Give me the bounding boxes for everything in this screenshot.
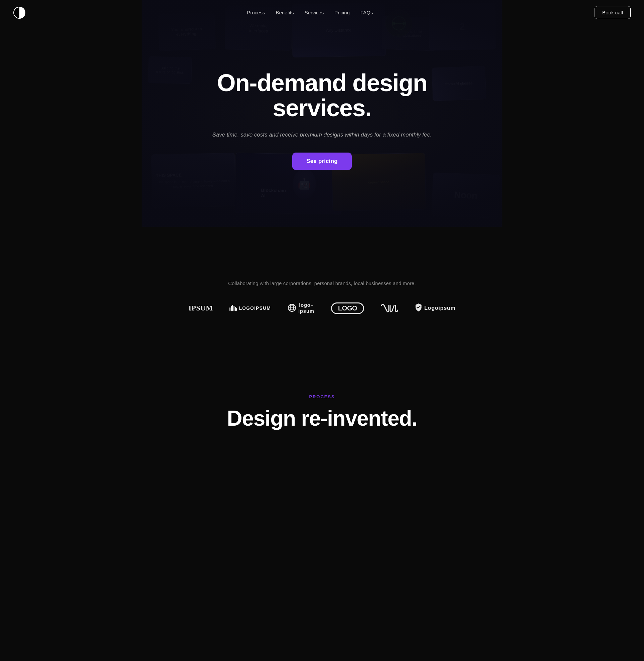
brand-uui: [381, 303, 398, 313]
spacer-2: [142, 334, 502, 374]
brands-collab-text: Collaborating with large corporations, p…: [155, 280, 489, 286]
globe-icon: [288, 304, 296, 313]
bars-icon: [229, 305, 237, 312]
nav-item-services[interactable]: Services: [305, 10, 324, 16]
brand-logoipsum-bars: LOGOIPSUM: [229, 305, 271, 312]
navbar: Process Benefits Services Pricing FAQs B…: [142, 0, 502, 25]
brands-logos-row: IPSUM LOGOIPSUM: [155, 302, 489, 314]
svg-rect-9: [233, 306, 234, 311]
nav-item-process[interactable]: Process: [247, 10, 265, 16]
nav-item-benefits[interactable]: Benefits: [276, 10, 294, 16]
svg-rect-11: [236, 308, 237, 311]
hero-section: Your shortcut toeverything. We makeinter…: [142, 0, 502, 227]
brand-ipsum: IPSUM: [188, 304, 213, 312]
svg-rect-8: [232, 305, 233, 311]
nav-item-faqs[interactable]: FAQs: [361, 10, 373, 16]
hero-subtitle: Save time, save costs and receive premiu…: [199, 130, 445, 139]
brands-section: Collaborating with large corporations, p…: [142, 254, 502, 334]
process-section: PROCESS Design re-invented.: [142, 374, 502, 443]
shield-icon: [415, 303, 422, 313]
svg-rect-7: [231, 306, 232, 311]
process-label: PROCESS: [155, 394, 489, 399]
brand-logoipsum-shield: Logoipsum: [415, 303, 455, 313]
process-title: Design re-invented.: [155, 407, 489, 430]
nav-item-pricing[interactable]: Pricing: [335, 10, 350, 16]
nav-links: Process Benefits Services Pricing FAQs: [247, 10, 373, 16]
pill-icon: LOGO: [331, 303, 364, 314]
brand-logo-pill: LOGO: [331, 303, 364, 314]
hero-title: On-demand design services.: [199, 70, 445, 121]
svg-rect-10: [235, 307, 236, 311]
brand-logo-globe: logo–ipsum: [288, 302, 314, 314]
spacer-1: [142, 227, 502, 254]
see-pricing-button[interactable]: See pricing: [292, 152, 352, 170]
hero-content: On-demand design services. Save time, sa…: [178, 30, 466, 197]
svg-rect-6: [229, 307, 230, 311]
